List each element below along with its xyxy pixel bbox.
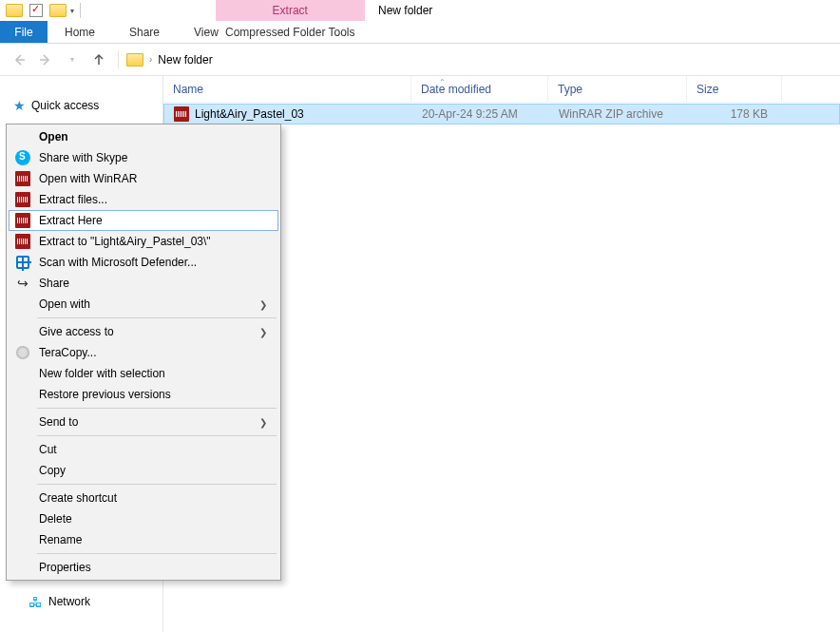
menu-label: Extract Here <box>39 214 103 227</box>
qat-properties-icon[interactable] <box>26 0 47 21</box>
context-menu: Open Share with Skype Open with WinRAR E… <box>6 124 281 581</box>
menu-cut[interactable]: Cut <box>9 439 278 460</box>
column-header-size[interactable]: Size <box>687 76 782 102</box>
chevron-right-icon: ❯ <box>259 327 267 337</box>
qat-customize-icon[interactable]: ▾ <box>69 0 75 21</box>
menu-label: Open with WinRAR <box>39 172 137 185</box>
file-type-cell: WinRAR ZIP archive <box>549 107 688 121</box>
sidebar-label: Network <box>48 595 90 608</box>
column-header-type[interactable]: Type <box>548 76 687 102</box>
recent-locations-button[interactable]: ▾ <box>61 48 84 71</box>
chevron-right-icon: ❯ <box>259 299 267 310</box>
file-size-cell: 178 KB <box>688 107 783 121</box>
menu-label: Open with <box>39 297 90 311</box>
back-button[interactable] <box>8 48 30 71</box>
menu-label: Extract to "Light&Airy_Pastel_03\" <box>39 235 211 248</box>
skype-icon <box>14 149 31 166</box>
menu-share-skype[interactable]: Share with Skype <box>9 147 278 168</box>
menu-label: TeraCopy... <box>39 346 96 359</box>
winrar-icon <box>14 212 31 229</box>
menu-send-to[interactable]: Send to ❯ <box>9 412 278 432</box>
menu-separator <box>37 317 277 318</box>
address-location: New folder <box>158 53 212 67</box>
sidebar-label: Quick access <box>31 99 99 112</box>
quick-access-toolbar: ▾ <box>4 0 85 21</box>
menu-label: Scan with Microsoft Defender... <box>39 256 197 269</box>
menu-rename[interactable]: Rename <box>9 529 278 550</box>
folder-icon <box>126 53 143 67</box>
menu-open[interactable]: Open <box>9 126 278 147</box>
menu-new-folder-selection[interactable]: New folder with selection <box>9 363 278 384</box>
menu-label: Share with Skype <box>39 151 127 164</box>
menu-teracopy[interactable]: TeraCopy... <box>9 342 278 363</box>
menu-label: Send to <box>39 415 78 429</box>
menu-open-with[interactable]: Open with ❯ <box>9 294 278 315</box>
network-icon: 🖧 <box>29 594 43 610</box>
navigation-bar: ▾ › New folder <box>0 44 840 76</box>
menu-create-shortcut[interactable]: Create shortcut <box>9 488 278 508</box>
menu-copy[interactable]: Copy <box>9 460 278 481</box>
qat-new-folder-icon[interactable] <box>48 0 68 21</box>
menu-label: Share <box>39 277 69 290</box>
menu-scan-defender[interactable]: Scan with Microsoft Defender... <box>9 252 278 273</box>
star-icon: ★ <box>13 98 26 113</box>
contextual-title: Extract <box>216 0 365 21</box>
qat-folder-icon[interactable] <box>4 0 25 21</box>
network-item[interactable]: 🖧 Network <box>0 591 162 612</box>
menu-restore-previous[interactable]: Restore previous versions <box>9 384 278 405</box>
window-title: New folder <box>378 4 432 17</box>
column-header-date[interactable]: Date modified <box>411 76 548 102</box>
chevron-right-icon: › <box>149 54 152 65</box>
menu-separator <box>37 435 277 436</box>
winrar-icon <box>14 233 31 250</box>
file-row[interactable]: Light&Airy_Pastel_03 20-Apr-24 9:25 AM W… <box>163 104 840 124</box>
file-name-cell: Light&Airy_Pastel_03 <box>164 106 412 122</box>
chevron-right-icon: ❯ <box>259 417 267 428</box>
menu-give-access[interactable]: Give access to ❯ <box>9 321 278 342</box>
defender-icon <box>14 254 31 271</box>
winrar-icon <box>14 191 31 208</box>
share-icon: ↪ <box>14 275 31 292</box>
menu-separator <box>37 553 277 554</box>
separator <box>80 3 81 18</box>
column-header-name[interactable]: Name <box>163 76 411 102</box>
menu-extract-files[interactable]: Extract files... <box>9 189 278 210</box>
column-headers: Name ⌃ Date modified Type Size <box>163 76 840 103</box>
separator <box>118 50 119 69</box>
winrar-icon <box>14 170 31 187</box>
menu-extract-to[interactable]: Extract to "Light&Airy_Pastel_03\" <box>9 231 278 252</box>
menu-open-winrar[interactable]: Open with WinRAR <box>9 168 278 189</box>
compressed-folder-tools-tab[interactable]: Compressed Folder Tools <box>216 21 365 44</box>
menu-label: Extract files... <box>39 193 107 206</box>
quick-access-item[interactable]: ★ Quick access <box>0 95 162 116</box>
ribbon-tabs: File Home Share View Extract Compressed … <box>0 21 840 44</box>
zip-icon <box>174 106 189 122</box>
menu-delete[interactable]: Delete <box>9 508 278 529</box>
menu-separator <box>37 484 277 485</box>
menu-properties[interactable]: Properties <box>9 557 278 578</box>
teracopy-icon <box>14 344 31 361</box>
up-button[interactable] <box>87 48 110 71</box>
contextual-tab-group: Extract Compressed Folder Tools <box>216 0 365 44</box>
menu-extract-here[interactable]: Extract Here <box>9 210 278 231</box>
home-tab[interactable]: Home <box>48 21 112 43</box>
menu-separator <box>37 408 277 409</box>
sort-indicator-icon: ⌃ <box>439 78 446 86</box>
menu-share[interactable]: ↪ Share <box>9 273 278 294</box>
menu-label: Give access to <box>39 325 114 338</box>
file-name: Light&Airy_Pastel_03 <box>195 107 304 121</box>
forward-button[interactable] <box>34 48 57 71</box>
file-date-cell: 20-Apr-24 9:25 AM <box>412 107 549 121</box>
address-bar[interactable]: › New folder <box>126 53 213 67</box>
share-tab[interactable]: Share <box>112 21 177 43</box>
file-tab[interactable]: File <box>0 21 48 43</box>
